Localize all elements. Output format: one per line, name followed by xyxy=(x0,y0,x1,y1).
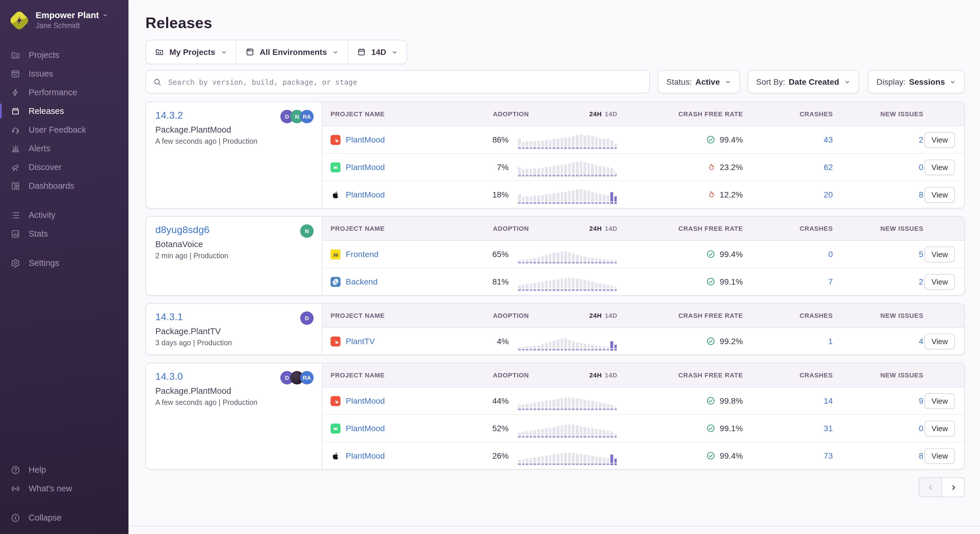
crashes-link[interactable]: 14 xyxy=(743,396,833,405)
issues-icon xyxy=(11,69,21,78)
view-button[interactable]: View xyxy=(924,393,955,409)
release-avatars: DNRA xyxy=(284,110,313,123)
view-button[interactable]: View xyxy=(924,132,955,148)
release-version-link[interactable]: 14.3.0 xyxy=(155,371,183,383)
crashes-link[interactable]: 0 xyxy=(743,249,833,259)
new-issues-link[interactable]: 9 xyxy=(833,396,923,405)
check-circle-icon xyxy=(706,336,716,346)
sidebar-item-releases[interactable]: Releases xyxy=(0,102,129,120)
crashes-link[interactable]: 31 xyxy=(743,424,833,433)
project-health-row: PlantTV 4% 99.2% 1 4 View xyxy=(322,328,964,355)
column-header-chart-range[interactable]: 24H14D xyxy=(589,371,617,379)
view-button[interactable]: View xyxy=(924,159,955,175)
sidebar-item-label: User Feedback xyxy=(29,124,86,135)
new-issues-link[interactable]: 4 xyxy=(833,336,923,346)
crashes-link[interactable]: 7 xyxy=(743,277,833,286)
release-meta: A few seconds ago | Production xyxy=(155,137,312,145)
column-header-adoption: ADOPTION 24H14D xyxy=(474,110,617,118)
folder-code-icon xyxy=(155,47,164,57)
list-controls: Status: Active Sort By: Date Created Dis… xyxy=(658,70,965,94)
date-range-dropdown[interactable]: 14D xyxy=(348,40,406,64)
sidebar-item-issues[interactable]: Issues xyxy=(0,64,129,83)
sidebar-item-dashboards[interactable]: Dashboards xyxy=(0,177,129,195)
new-issues-link[interactable]: 2 xyxy=(833,135,923,144)
new-issues-link[interactable]: 2 xyxy=(833,277,923,286)
project-health-row: PlantMood 26% 99.4% 73 8 View xyxy=(322,442,964,469)
environment-filter-dropdown[interactable]: All Environments xyxy=(236,40,348,64)
sidebar-item-label: Releases xyxy=(29,106,64,116)
project-link[interactable]: PlantMood xyxy=(346,163,385,172)
table-header-row: PROJECT NAME ADOPTION 24H14D CRASH FREE … xyxy=(322,363,964,387)
avatar: RA xyxy=(300,371,313,384)
window-icon xyxy=(245,47,255,57)
sidebar-item-performance[interactable]: Performance xyxy=(0,83,129,102)
project-link[interactable]: Backend xyxy=(346,277,377,286)
project-link[interactable]: PlantMood xyxy=(346,135,385,144)
crashes-link[interactable]: 20 xyxy=(743,190,833,199)
release-version-link[interactable]: 14.3.1 xyxy=(155,311,183,323)
view-button[interactable]: View xyxy=(924,420,955,436)
sidebar-item-label: Performance xyxy=(29,87,77,97)
project-link[interactable]: PlantMood xyxy=(346,451,385,461)
column-header-chart-range[interactable]: 24H14D xyxy=(589,312,617,319)
project-link[interactable]: PlantTV xyxy=(346,336,375,346)
release-version-link[interactable]: 14.3.2 xyxy=(155,110,183,121)
sidebar-item-alerts[interactable]: Alerts xyxy=(0,139,129,158)
new-issues-link[interactable]: 0 xyxy=(833,424,923,433)
column-header-chart-range[interactable]: 24H14D xyxy=(589,225,617,232)
swift-icon xyxy=(331,396,340,406)
view-button[interactable]: View xyxy=(924,246,955,262)
new-issues-link[interactable]: 5 xyxy=(833,249,923,259)
display-dropdown[interactable]: Display: Sessions xyxy=(867,70,965,94)
view-button[interactable]: View xyxy=(924,187,955,202)
sidebar-item-discover[interactable]: Discover xyxy=(0,158,129,177)
org-switcher[interactable]: Empower Plant Jane Schmidt xyxy=(0,8,129,30)
project-link[interactable]: Frontend xyxy=(346,249,379,259)
project-link[interactable]: PlantMood xyxy=(346,396,385,405)
footer-divider xyxy=(129,526,980,526)
status-dropdown[interactable]: Status: Active xyxy=(658,70,740,94)
project-link[interactable]: PlantMood xyxy=(346,190,385,199)
release-summary: 14.3.0 Package.PlantMood A few seconds a… xyxy=(146,363,322,469)
search-input[interactable] xyxy=(167,77,643,87)
sort-by-dropdown[interactable]: Sort By: Date Created xyxy=(747,70,859,94)
column-header-new-issues: NEW ISSUES xyxy=(833,225,923,232)
crashes-link[interactable]: 73 xyxy=(743,451,833,461)
crashes-link[interactable]: 62 xyxy=(743,163,833,172)
sidebar-item-user-feedback[interactable]: User Feedback xyxy=(0,120,129,139)
pagination-next-button[interactable] xyxy=(942,477,965,497)
view-button[interactable]: View xyxy=(924,448,955,464)
column-header-chart-range[interactable]: 24H14D xyxy=(589,110,617,118)
sidebar-item-activity[interactable]: Activity xyxy=(0,206,129,224)
sidebar-nav: Projects Issues Performance Releases Use… xyxy=(0,46,129,272)
project-filter-dropdown[interactable]: My Projects xyxy=(146,40,236,64)
pagination-prev-button[interactable] xyxy=(919,477,942,497)
column-header-project: PROJECT NAME xyxy=(331,110,474,118)
sidebar-item-stats[interactable]: Stats xyxy=(0,224,129,243)
sidebar-item-projects[interactable]: Projects xyxy=(0,46,129,64)
new-issues-link[interactable]: 8 xyxy=(833,190,923,199)
crashes-link[interactable]: 43 xyxy=(743,135,833,144)
project-link[interactable]: PlantMood xyxy=(346,424,385,433)
sidebar-item-whats-new[interactable]: What's new xyxy=(0,479,129,498)
view-button[interactable]: View xyxy=(924,274,955,290)
release-health-table: PROJECT NAME ADOPTION 24H14D CRASH FREE … xyxy=(322,102,964,208)
release-package: BotanaVoice xyxy=(155,239,312,249)
date-range-label: 14D xyxy=(371,47,386,57)
chevron-down-icon xyxy=(391,49,398,55)
release-summary: 14.3.1 Package.PlantTV 3 days ago | Prod… xyxy=(146,304,322,355)
new-issues-link[interactable]: 0 xyxy=(833,163,923,172)
sidebar-item-help[interactable]: Help xyxy=(0,461,129,479)
sessions-sparkline xyxy=(518,158,617,176)
sidebar-item-settings[interactable]: Settings xyxy=(0,253,129,272)
project-health-row: PlantMood 7% 23.2% 62 0 View xyxy=(322,154,964,181)
android-icon xyxy=(331,423,340,433)
sidebar-item-collapse[interactable]: Collapse xyxy=(0,508,129,527)
avatar: D xyxy=(300,311,313,325)
new-issues-link[interactable]: 8 xyxy=(833,451,923,461)
column-header-new-issues: NEW ISSUES xyxy=(833,312,923,319)
view-button[interactable]: View xyxy=(924,333,955,349)
crashes-link[interactable]: 1 xyxy=(743,336,833,346)
sessions-sparkline xyxy=(518,332,617,350)
release-version-link[interactable]: d8yug8sdg6 xyxy=(155,224,209,236)
